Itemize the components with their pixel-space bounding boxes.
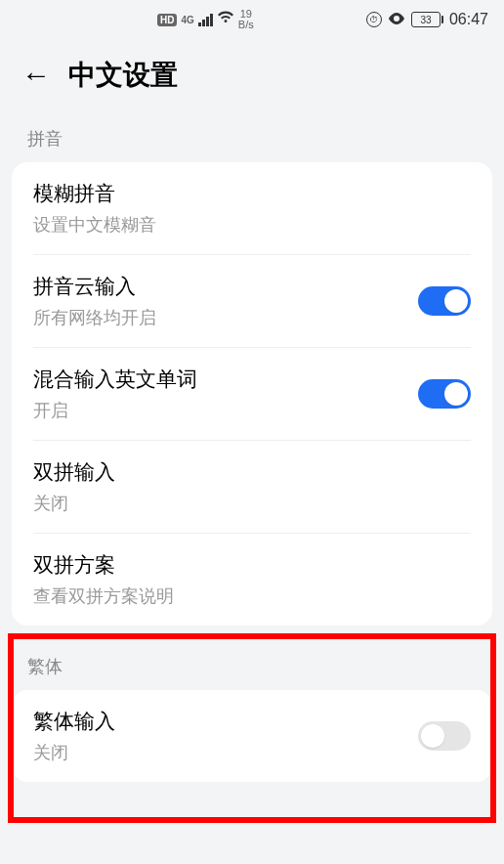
network-type: 4G [181, 15, 193, 25]
setting-item-shuangpin-input[interactable]: 双拼输入 关闭 [12, 441, 492, 533]
item-subtitle: 所有网络均开启 [33, 306, 418, 329]
setting-item-shuangpin-scheme[interactable]: 双拼方案 查看双拼方案说明 [12, 534, 492, 626]
item-title: 繁体输入 [33, 708, 418, 735]
section-header-fanti: 繁体 [0, 626, 504, 690]
wifi-icon [217, 11, 234, 28]
item-subtitle: 查看双拼方案说明 [33, 584, 471, 608]
item-subtitle: 开启 [33, 399, 418, 422]
page-title: 中文设置 [68, 57, 178, 94]
item-title: 拼音云输入 [33, 273, 418, 300]
item-subtitle: 关闭 [33, 741, 418, 764]
status-right: ⏱ 33 06:47 [366, 11, 488, 28]
setting-item-fanti-input[interactable]: 繁体输入 关闭 [12, 690, 492, 782]
network-speed: 19 B/s [238, 9, 254, 30]
eye-icon [388, 12, 405, 27]
setting-item-mixed-english[interactable]: 混合输入英文单词 开启 [12, 348, 492, 440]
section-header-pinyin: 拼音 [0, 108, 504, 162]
toggle-cloud-input[interactable] [418, 286, 471, 316]
alarm-icon: ⏱ [366, 12, 382, 27]
item-subtitle: 关闭 [33, 492, 471, 515]
page-header: ← 中文设置 [0, 39, 504, 108]
back-button[interactable]: ← [21, 59, 51, 92]
hd-badge: HD [157, 14, 177, 26]
setting-item-cloud-input[interactable]: 拼音云输入 所有网络均开启 [12, 255, 492, 347]
item-title: 混合输入英文单词 [33, 366, 418, 393]
signal-icon [198, 14, 213, 26]
item-title: 双拼方案 [33, 551, 471, 579]
item-title: 双拼输入 [33, 458, 471, 486]
item-title: 模糊拼音 [33, 180, 471, 207]
status-bar: HD 4G 19 B/s ⏱ 33 06:47 [0, 0, 504, 39]
setting-item-fuzzy-pinyin[interactable]: 模糊拼音 设置中文模糊音 [12, 162, 492, 254]
toggle-mixed-english[interactable] [418, 379, 471, 409]
fanti-settings-card: 繁体输入 关闭 [12, 690, 492, 782]
status-left: HD 4G 19 B/s [157, 9, 254, 30]
clock-time: 06:47 [449, 11, 488, 28]
pinyin-settings-card: 模糊拼音 设置中文模糊音 拼音云输入 所有网络均开启 混合输入英文单词 开启 双… [12, 162, 492, 626]
item-subtitle: 设置中文模糊音 [33, 213, 471, 237]
battery-icon: 33 [411, 12, 443, 27]
toggle-fanti-input[interactable] [418, 721, 471, 751]
